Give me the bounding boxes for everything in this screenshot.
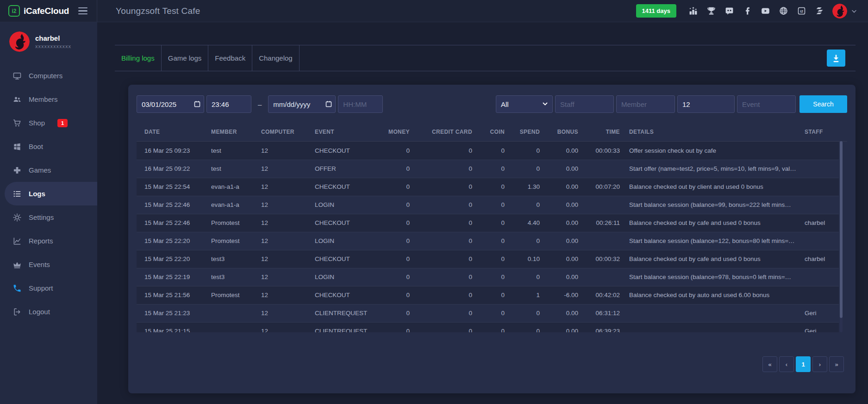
col-header-staff: STAFF (796, 123, 839, 141)
cell-date: 15 Mar 25 22:46 (137, 214, 211, 232)
col-header-date: DATE (137, 123, 211, 141)
cell-coin: 0 (472, 214, 505, 232)
cell-computer: 12 (261, 232, 315, 250)
cell-money: 0 (370, 214, 410, 232)
col-header-computer: COMPUTER (261, 123, 315, 141)
subscription-days-badge[interactable]: 1411 days (636, 4, 676, 18)
cell-spend: 0 (505, 322, 540, 332)
cell-time: 06:31:12 (578, 304, 620, 322)
monitor-icon (12, 71, 22, 81)
sidebar-item-logs[interactable]: Logs (5, 182, 97, 205)
col-header-time: TIME (578, 123, 620, 141)
cell-computer: 12 (261, 196, 315, 214)
cell-member: test (211, 142, 261, 160)
globe-icon[interactable] (778, 6, 788, 16)
sidebar-item-label: Logout (29, 308, 50, 316)
staff-input[interactable] (555, 95, 614, 113)
top-header: i2 iCafeCloud Youngzsoft Test Cafe 1411 … (0, 0, 868, 22)
cell-bonus: 0.00 (540, 304, 578, 322)
cell-spend: 0 (505, 196, 540, 214)
table-row: 15 Mar 25 21:1512CLIENTREQUEST00000.0006… (137, 322, 839, 332)
sidebar: charbel xxxxxxxxxxxx Computers Members S… (0, 22, 97, 404)
scrollbar-thumb[interactable] (840, 141, 843, 318)
event-input[interactable] (737, 95, 796, 113)
cell-computer: 12 (261, 322, 315, 332)
menu-toggle-icon[interactable] (78, 7, 87, 15)
youtube-icon[interactable] (760, 6, 770, 16)
user-name: charbel (35, 34, 71, 42)
sidebar-item-members[interactable]: Members (0, 87, 97, 111)
icafecloud-icon[interactable]: i2 (796, 6, 806, 16)
cell-credit-card: 0 (410, 304, 472, 322)
cell-spend: 0 (505, 142, 540, 160)
table-row: 15 Mar 25 22:46evan-a1-a12LOGIN00000.00S… (137, 196, 839, 214)
user-avatar[interactable] (832, 4, 847, 19)
app-logo[interactable]: i2 iCafeCloud (8, 5, 69, 17)
computer-field (677, 95, 735, 113)
sidebar-item-boot[interactable]: Boot (0, 135, 97, 158)
pagination-first-button[interactable]: « (762, 356, 777, 372)
pagination-last-button[interactable]: » (829, 356, 844, 372)
sidebar-item-events[interactable]: Events (0, 253, 97, 276)
cell-staff (796, 232, 839, 250)
date-from-input[interactable] (137, 95, 204, 113)
chart-icon (12, 236, 22, 246)
cell-bonus: 0.00 (540, 142, 578, 160)
layers-icon[interactable] (814, 6, 824, 16)
sidebar-item-label: Shop (29, 119, 45, 127)
cell-date: 15 Mar 25 21:56 (137, 286, 211, 304)
member-input[interactable] (616, 95, 675, 113)
sidebar-item-logout[interactable]: Logout (0, 300, 97, 323)
cell-coin: 0 (472, 304, 505, 322)
tab-game-logs[interactable]: Game logs (162, 45, 209, 71)
computer-input[interactable] (677, 95, 735, 113)
sidebar-item-settings[interactable]: Settings (0, 205, 97, 229)
sidebar-item-shop[interactable]: Shop 1 (0, 111, 97, 135)
brand-name: iCafeCloud (24, 6, 69, 16)
account-chevron-down-icon[interactable] (851, 7, 857, 15)
time-to-input[interactable] (338, 95, 383, 113)
cell-details: Balance checked out by cafe and used 0 b… (620, 250, 796, 268)
col-header-coin: COIN (472, 123, 505, 141)
time-from-input[interactable] (206, 95, 251, 113)
cell-details: Balance checked out by auto and used 6.0… (620, 286, 796, 304)
header-actions: 1411 days i2 (636, 4, 868, 19)
sidebar-item-computers[interactable]: Computers (0, 64, 97, 87)
col-header-event: EVENT (315, 123, 370, 141)
tab-changelog[interactable]: Changelog (252, 45, 300, 71)
tab-billing-logs[interactable]: Billing logs (115, 45, 162, 71)
discord-icon[interactable] (724, 6, 734, 16)
cell-coin: 0 (472, 178, 505, 196)
table-row: 15 Mar 25 21:56Promotest12CHECKOUT0001-6… (137, 286, 839, 304)
svg-text:i2: i2 (800, 9, 803, 13)
pagination-prev-button[interactable]: ‹ (779, 356, 794, 372)
cell-computer: 12 (261, 286, 315, 304)
cell-spend: 0 (505, 232, 540, 250)
search-button[interactable]: Search (799, 95, 847, 113)
tab-feedback[interactable]: Feedback (208, 45, 252, 71)
cell-computer: 12 (261, 304, 315, 322)
cell-details (620, 304, 796, 322)
sidebar-item-support[interactable]: Support (0, 276, 97, 300)
download-button[interactable] (827, 50, 845, 67)
event-type-select[interactable]: All (496, 95, 553, 113)
windows-icon (12, 142, 22, 151)
range-separator: – (258, 100, 262, 108)
cell-member: Promotest (211, 232, 261, 250)
sidebar-item-reports[interactable]: Reports (0, 229, 97, 253)
cell-time: 06:39:23 (578, 322, 620, 332)
cell-date: 15 Mar 25 21:15 (137, 322, 211, 332)
date-to-input[interactable] (268, 95, 336, 113)
cell-credit-card: 0 (410, 214, 472, 232)
sidebar-item-games[interactable]: Games (0, 158, 97, 182)
cell-money: 0 (370, 232, 410, 250)
cell-staff: charbel (796, 250, 839, 268)
table-header-row: DATE MEMBER COMPUTER EVENT MONEY CREDIT … (137, 123, 839, 141)
ranking-icon[interactable] (688, 6, 698, 16)
pagination-next-button[interactable]: › (812, 356, 827, 372)
cell-event: CHECKOUT (315, 214, 370, 232)
facebook-icon[interactable] (742, 6, 752, 16)
table-scrollbar[interactable] (840, 141, 843, 332)
trophy-icon[interactable] (706, 6, 716, 16)
pagination-page-1-button[interactable]: 1 (796, 356, 811, 372)
